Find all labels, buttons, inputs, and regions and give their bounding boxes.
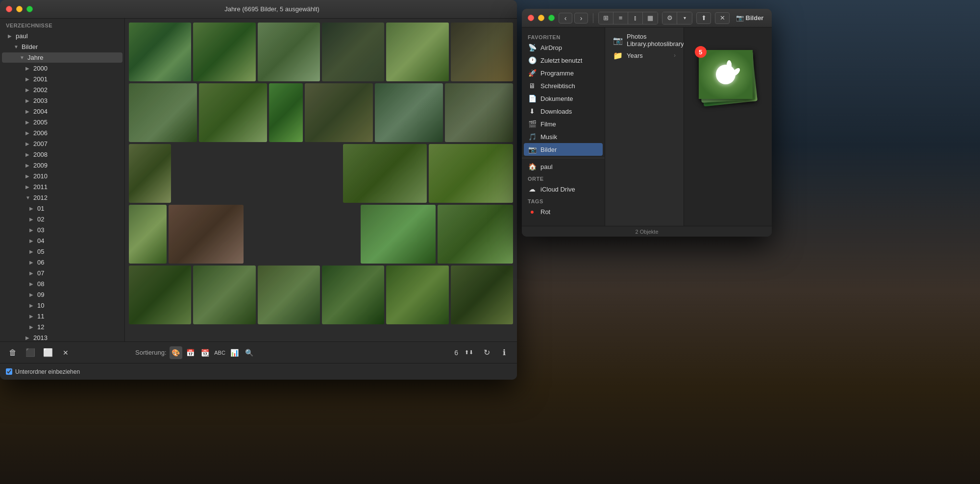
thumbnail-stem[interactable]: [199, 83, 267, 142]
sidebar-item-bilder[interactable]: ▼ Bilder: [2, 42, 122, 52]
sidebar-item-2004[interactable]: ▶2004: [2, 106, 122, 117]
thumbnail-dragonfly2[interactable]: [129, 83, 197, 142]
back-button[interactable]: ‹: [559, 13, 572, 24]
thumbnail-grasshopper4[interactable]: [129, 205, 167, 264]
finder-icloud[interactable]: ☁ iCloud Drive: [522, 183, 605, 195]
sidebar-item-05[interactable]: ▶05: [2, 246, 122, 257]
sidebar-item-08[interactable]: ▶08: [2, 279, 122, 289]
thumbnail-clover[interactable]: [386, 266, 448, 324]
crop-button[interactable]: ⬜: [41, 346, 55, 360]
flag-button[interactable]: ⬛: [24, 346, 37, 360]
share-button[interactable]: ⬆: [696, 12, 711, 24]
thumbnail-dragonfly3[interactable]: [375, 83, 443, 142]
finder-pictures[interactable]: 📷 Bilder: [524, 143, 603, 156]
thumbnail-grasshopper1[interactable]: [193, 23, 255, 81]
count-stepper[interactable]: ⬆⬇: [462, 346, 476, 360]
sidebar-item-2013[interactable]: ▶2013: [2, 333, 122, 341]
finder-movies[interactable]: 🎬 Filme: [522, 118, 605, 130]
sidebar-item-03[interactable]: ▶03: [2, 225, 122, 235]
sort-event-button[interactable]: 📆: [199, 346, 212, 359]
finder-minimize-button[interactable]: [538, 15, 544, 21]
sort-search-button[interactable]: 🔍: [243, 346, 256, 359]
gallery-view-button[interactable]: ▦: [643, 12, 658, 24]
subfolders-checkbox[interactable]: [6, 368, 12, 375]
sidebar-item-2010[interactable]: ▶2010: [2, 171, 122, 181]
finder-file-years[interactable]: 📁 Years ›: [609, 49, 680, 62]
thumbnail-beetle[interactable]: [343, 144, 427, 203]
maximize-button[interactable]: [26, 6, 33, 12]
thumbnail-grasshopper2[interactable]: [386, 23, 448, 81]
thumbnail-stem2[interactable]: [269, 83, 303, 142]
thumbnail-lotus[interactable]: [169, 205, 244, 264]
thumbnail-spider[interactable]: [451, 266, 513, 324]
sidebar-item-02[interactable]: ▶02: [2, 214, 122, 224]
thumbnail-bud3[interactable]: [258, 266, 320, 324]
refresh-button[interactable]: ↻: [480, 346, 493, 360]
sidebar-item-2002[interactable]: ▶2002: [2, 85, 122, 95]
finder-documents[interactable]: 📄 Dokumente: [522, 92, 605, 105]
sidebar-item-2003[interactable]: ▶2003: [2, 96, 122, 106]
finder-programs[interactable]: 🚀 Programme: [522, 67, 605, 79]
column-view-button[interactable]: ⫿: [628, 12, 643, 24]
arrange-button[interactable]: ⚙: [662, 12, 677, 24]
close-button[interactable]: [6, 6, 12, 12]
finder-home[interactable]: 🏠 paul: [522, 160, 605, 173]
info-button[interactable]: ℹ: [497, 346, 511, 360]
sidebar-item-2008[interactable]: ▶2008: [2, 149, 122, 160]
thumbnail-plant[interactable]: [438, 205, 513, 264]
thumbnail-dragonfly1[interactable]: [129, 23, 191, 81]
action2-button[interactable]: ✕: [715, 12, 730, 24]
minimize-button[interactable]: [16, 6, 23, 12]
forward-button[interactable]: ›: [574, 13, 588, 24]
sort-date-button[interactable]: 📅: [184, 346, 197, 359]
finder-file-photos-library[interactable]: 📷 Photos Library.photoslibrary: [609, 31, 680, 49]
sidebar-item-2000[interactable]: ▶2000: [2, 63, 122, 73]
thumbnail-wave[interactable]: [322, 266, 384, 324]
sidebar-item-paul[interactable]: ▶ paul: [2, 31, 122, 41]
thumbnail-fly[interactable]: [445, 83, 513, 142]
sidebar-item-2007[interactable]: ▶2007: [2, 139, 122, 149]
arrange-arrow-button[interactable]: ▾: [677, 12, 692, 24]
list-view-button[interactable]: ≡: [613, 12, 628, 24]
finder-red-tag[interactable]: ● Rot: [522, 205, 605, 218]
finder-music[interactable]: 🎵 Musik: [522, 130, 605, 143]
sidebar-item-2009[interactable]: ▶2009: [2, 160, 122, 170]
sidebar-item-04[interactable]: ▶04: [2, 236, 122, 246]
sort-rating-button[interactable]: 📊: [228, 346, 241, 359]
delete-button[interactable]: 🗑: [6, 346, 20, 360]
finder-airdrop[interactable]: 📡 AirDrop: [522, 41, 605, 54]
sidebar-item-10[interactable]: ▶10: [2, 300, 122, 311]
finder-desktop[interactable]: 🖥 Schreibtisch: [522, 79, 605, 92]
finder-maximize-button[interactable]: [548, 15, 555, 21]
icon-view-button[interactable]: ⊞: [599, 12, 613, 24]
sidebar-item-2011[interactable]: ▶2011: [2, 182, 122, 192]
thumbnail-dragonfly4[interactable]: [129, 144, 171, 203]
sort-abc-button[interactable]: ABC: [214, 346, 226, 359]
finder-recents[interactable]: 🕐 Zuletzt benutzt: [522, 54, 605, 67]
sidebar-item-jahre[interactable]: ▼ Jahre: [2, 52, 122, 63]
thumbnail-bud[interactable]: [305, 83, 373, 142]
sort-color-button[interactable]: 🎨: [170, 346, 182, 359]
finder-close-button[interactable]: [528, 15, 534, 21]
sort-label: Sortierung:: [135, 349, 167, 356]
thumbnail-horseshoe[interactable]: [322, 23, 384, 81]
sidebar-item-12[interactable]: ▶12: [2, 322, 122, 332]
sidebar-item-2012[interactable]: ▼2012: [2, 193, 122, 203]
sidebar-item-2005[interactable]: ▶2005: [2, 117, 122, 127]
reject-button[interactable]: ✕: [59, 346, 73, 360]
sidebar-item-2006[interactable]: ▶2006: [2, 128, 122, 138]
thumbnail-seed[interactable]: [258, 23, 320, 81]
sidebar-item-01[interactable]: ▶01: [2, 203, 122, 214]
thumbnail-bug[interactable]: [451, 23, 513, 81]
finder-downloads[interactable]: ⬇ Downloads: [522, 105, 605, 118]
sidebar-item-06[interactable]: ▶06: [2, 257, 122, 267]
thumbnail-apple[interactable]: [129, 266, 191, 324]
sidebar-item-09[interactable]: ▶09: [2, 290, 122, 300]
sidebar-item-07[interactable]: ▶07: [2, 268, 122, 278]
sidebar-item-2001[interactable]: ▶2001: [2, 74, 122, 84]
thumbnail-grasshopper3[interactable]: [429, 144, 513, 203]
subfolders-checkbox-label[interactable]: Unterordner einbeziehen: [6, 368, 80, 375]
thumbnail-bud2[interactable]: [193, 266, 255, 324]
sidebar-item-11[interactable]: ▶11: [2, 311, 122, 321]
thumbnail-green-blur[interactable]: [361, 205, 436, 264]
